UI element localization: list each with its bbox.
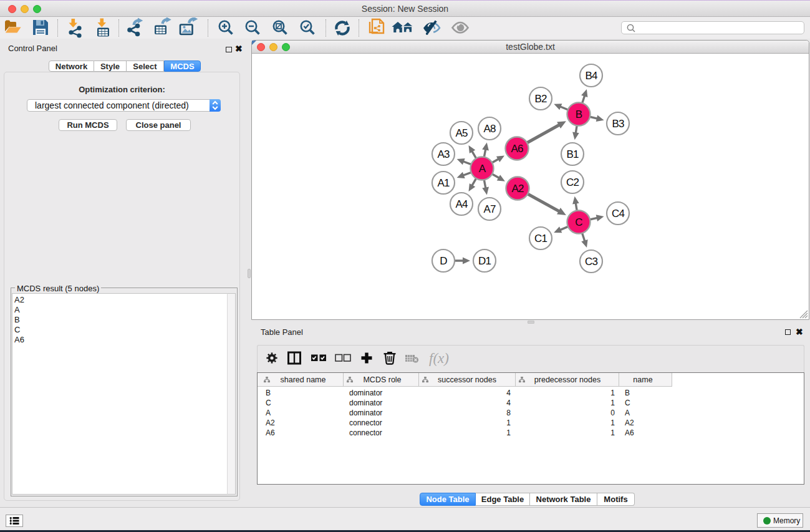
svg-text:dominator: dominator — [349, 409, 382, 417]
svg-text:A8: A8 — [483, 123, 496, 135]
svg-text:0: 0 — [610, 409, 615, 417]
svg-text:D1: D1 — [478, 255, 491, 267]
svg-text:B3: B3 — [612, 118, 624, 130]
svg-text:1: 1 — [506, 428, 511, 437]
svg-text:1: 1 — [610, 389, 615, 397]
svg-text:A2: A2 — [266, 418, 275, 427]
svg-text:predecessor nodes: predecessor nodes — [534, 375, 600, 384]
svg-text:C1: C1 — [534, 233, 547, 244]
svg-text:C4: C4 — [612, 208, 624, 220]
svg-text:B: B — [576, 109, 582, 120]
svg-text:f(x): f(x) — [429, 351, 449, 366]
svg-text:B: B — [625, 389, 630, 397]
svg-text:name: name — [633, 375, 652, 384]
svg-text:1: 1 — [610, 428, 615, 437]
svg-text:C3: C3 — [585, 256, 597, 268]
svg-text:A7: A7 — [483, 203, 496, 215]
svg-text:C: C — [625, 399, 630, 407]
svg-text:dominator: dominator — [349, 399, 382, 407]
svg-text:MCDS role: MCDS role — [363, 375, 401, 384]
svg-text:1: 1 — [610, 418, 615, 427]
svg-text:4: 4 — [506, 389, 511, 397]
svg-text:A: A — [266, 409, 271, 417]
svg-text:A1: A1 — [437, 177, 450, 189]
svg-text:connector: connector — [349, 418, 382, 427]
svg-text:connector: connector — [349, 428, 382, 437]
svg-text:A2: A2 — [511, 183, 524, 195]
svg-text:B: B — [266, 389, 271, 397]
svg-text:C: C — [575, 216, 582, 228]
svg-text:A4: A4 — [455, 198, 468, 210]
svg-text:A2: A2 — [625, 418, 634, 427]
svg-text:D: D — [440, 255, 447, 267]
svg-text:A6: A6 — [511, 143, 523, 155]
svg-text:B2: B2 — [534, 93, 547, 105]
svg-text:4: 4 — [506, 399, 511, 407]
svg-text:A3: A3 — [437, 148, 450, 160]
svg-text:B4: B4 — [585, 70, 597, 82]
svg-text:successor nodes: successor nodes — [438, 375, 496, 384]
svg-text:C: C — [266, 399, 271, 407]
svg-text:1: 1 — [506, 418, 511, 427]
svg-text:dominator: dominator — [349, 389, 382, 397]
svg-text:A: A — [479, 163, 486, 175]
svg-text:1: 1 — [610, 399, 615, 407]
svg-text:C2: C2 — [566, 177, 579, 188]
svg-text:8: 8 — [506, 409, 511, 417]
svg-text:shared name: shared name — [281, 375, 326, 384]
svg-text:A: A — [625, 409, 630, 417]
svg-text:A6: A6 — [625, 428, 634, 437]
svg-text:A6: A6 — [266, 428, 275, 437]
svg-text:B1: B1 — [566, 148, 579, 160]
svg-text:A5: A5 — [455, 127, 468, 139]
